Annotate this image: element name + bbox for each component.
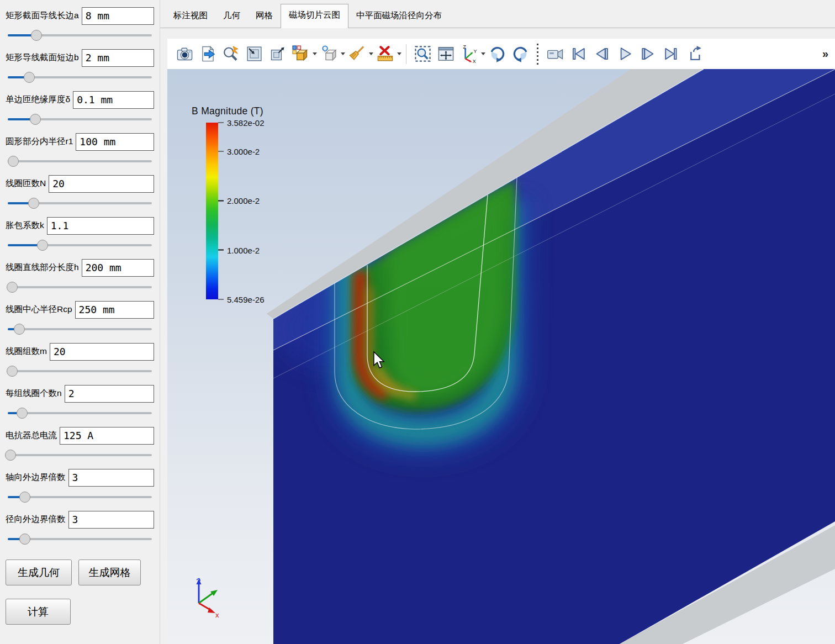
next-frame-icon[interactable]: [636, 41, 659, 67]
camera-icon[interactable]: [173, 41, 196, 67]
slider-track[interactable]: [8, 160, 152, 162]
remove-measure-icon[interactable]: [373, 41, 397, 67]
param-value-input[interactable]: [82, 49, 154, 67]
colorbar-legend: B Magnitude (T) 3.582e-02 3.000e-2 2.000…: [189, 105, 311, 117]
tab-2[interactable]: 几何: [215, 5, 248, 28]
colorbar-ticks: 3.582e-02 3.000e-2 2.000e-2 1.000e-2 5.4…: [218, 123, 290, 299]
param-value-input[interactable]: [60, 427, 154, 445]
param-row: 线圈组数m: [6, 342, 154, 377]
param-value-input[interactable]: [68, 469, 155, 487]
param-label: 电抗器总电流: [6, 430, 57, 441]
light-dropdown-caret[interactable]: [341, 52, 345, 55]
colorbar-tick: 1.000e-2: [218, 245, 260, 255]
param-slider[interactable]: [8, 448, 152, 461]
play-icon[interactable]: [613, 41, 636, 67]
toolbar-overflow-chevron[interactable]: »: [822, 47, 828, 60]
param-slider[interactable]: [8, 490, 152, 503]
clean-broom-icon[interactable]: [345, 41, 368, 67]
param-slider[interactable]: [8, 197, 152, 209]
remove-measure-dropdown-caret[interactable]: [397, 52, 401, 55]
generate-geometry-button[interactable]: 生成几何: [6, 559, 72, 585]
toolbar-separator: [406, 44, 406, 64]
color-legend-dropdown-caret[interactable]: [313, 52, 317, 55]
param-label: 单边匝绝缘厚度δ: [6, 94, 70, 105]
param-label: 线圈组数m: [6, 346, 47, 357]
param-value-input[interactable]: [50, 343, 154, 361]
param-label: 矩形导线截面短边b: [6, 52, 79, 64]
colorbar-tick: 2.000e-2: [218, 196, 260, 205]
param-value-input[interactable]: [73, 91, 154, 109]
slider-track[interactable]: [8, 286, 152, 288]
param-slider[interactable]: [8, 239, 152, 251]
param-value-input[interactable]: [82, 259, 154, 277]
zoom-out-box-icon[interactable]: [266, 41, 289, 67]
colorbar-gradient: [206, 123, 218, 299]
slider-thumb[interactable]: [17, 408, 28, 419]
tab-1[interactable]: 标注视图: [166, 5, 215, 28]
axes-dropdown-caret[interactable]: [481, 52, 485, 55]
last-frame-icon[interactable]: [659, 41, 683, 67]
param-list: 矩形截面导线长边a 矩形导线截面短边b 单边匝绝缘厚度δ: [4, 7, 155, 545]
render-viewport[interactable]: x B Magnitude (T) 3.582e-02 3.000e-2 2.0…: [167, 69, 835, 644]
previous-frame-icon[interactable]: [590, 41, 613, 67]
colorbar-tick-label: 5.459e-26: [227, 295, 265, 304]
param-slider[interactable]: [8, 365, 152, 377]
param-row: 矩形导线截面短边b: [6, 49, 154, 83]
light-cube-icon[interactable]: [317, 41, 340, 67]
tab-5[interactable]: 中平面磁场沿径向分布: [348, 5, 450, 28]
slider-thumb[interactable]: [19, 534, 30, 545]
loop-animation-icon[interactable]: [683, 41, 706, 67]
pan-view-icon[interactable]: [434, 41, 457, 67]
slider-track[interactable]: [8, 454, 152, 456]
tab-4[interactable]: 磁场切片云图: [281, 4, 348, 28]
param-slider[interactable]: [8, 407, 152, 419]
slider-track[interactable]: [8, 328, 152, 330]
param-slider[interactable]: [8, 155, 152, 167]
zoom-to-box-icon[interactable]: [242, 41, 266, 67]
param-value-input[interactable]: [75, 301, 154, 319]
export-scene-icon[interactable]: [196, 41, 219, 67]
slider-track[interactable]: [8, 370, 152, 372]
slider-thumb[interactable]: [24, 72, 35, 83]
param-value-input[interactable]: [76, 133, 154, 151]
rotate-counterclockwise-icon[interactable]: [509, 41, 532, 67]
slider-thumb[interactable]: [37, 240, 48, 251]
param-slider[interactable]: [8, 71, 152, 83]
param-slider[interactable]: [8, 323, 152, 335]
param-slider[interactable]: [8, 29, 152, 41]
quick-zoom-icon[interactable]: [219, 41, 242, 67]
param-value-input[interactable]: [82, 7, 154, 25]
param-slider[interactable]: [8, 281, 152, 293]
calculate-button[interactable]: 计算: [6, 599, 71, 625]
generate-mesh-button[interactable]: 生成网格: [78, 559, 141, 585]
svg-text:Y: Y: [473, 49, 477, 54]
param-value-input[interactable]: [65, 385, 154, 403]
slider-thumb[interactable]: [7, 366, 18, 377]
param-slider[interactable]: [8, 113, 152, 125]
slider-thumb[interactable]: [5, 450, 16, 461]
param-value-input[interactable]: [49, 175, 154, 193]
sidebar-button-row: 生成几何 生成网格: [6, 559, 154, 585]
param-slider[interactable]: [8, 532, 152, 545]
color-legend-cube-icon[interactable]: [289, 41, 312, 67]
slider-track[interactable]: [8, 412, 152, 414]
rotate-clockwise-icon[interactable]: [485, 41, 509, 67]
param-row: 线圈中心半径Rcp: [6, 300, 154, 335]
clean-dropdown-caret[interactable]: [369, 52, 373, 55]
zoom-to-selection-icon[interactable]: [411, 41, 434, 67]
slider-thumb[interactable]: [19, 492, 30, 503]
axes-orientation-icon[interactable]: ZYX: [457, 41, 480, 67]
param-label: 线圈直线部分长度h: [6, 262, 79, 273]
param-row: 线圈匝数N: [6, 175, 154, 209]
first-frame-icon[interactable]: [567, 41, 590, 67]
slider-thumb[interactable]: [31, 30, 42, 41]
slider-thumb[interactable]: [30, 114, 41, 125]
tab-3[interactable]: 网格: [248, 5, 281, 28]
param-value-input[interactable]: [68, 511, 155, 529]
slider-thumb[interactable]: [28, 198, 39, 209]
slider-thumb[interactable]: [14, 324, 25, 335]
slider-thumb[interactable]: [7, 282, 18, 293]
param-value-input[interactable]: [47, 217, 154, 235]
slider-thumb[interactable]: [8, 156, 19, 167]
record-animation-icon[interactable]: [543, 41, 567, 67]
